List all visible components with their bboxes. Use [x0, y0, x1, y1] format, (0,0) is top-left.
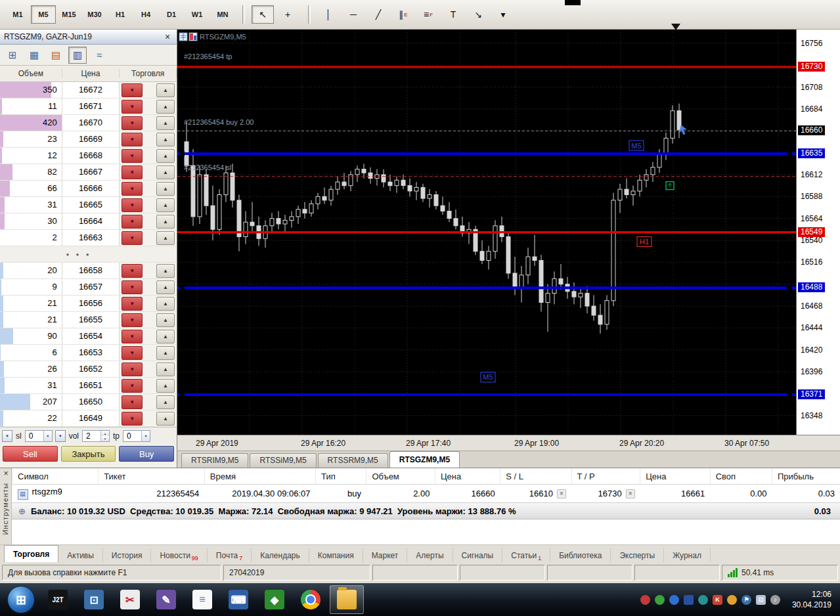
dom-buy-arrow-button[interactable]: ▲ — [156, 182, 175, 196]
dom-buy-arrow-button[interactable]: ▲ — [156, 133, 175, 146]
dom-buy-arrow-button[interactable]: ▲ — [156, 313, 175, 327]
dom-volume-cell[interactable]: 21 — [0, 296, 62, 311]
toolbox-tab[interactable]: Торговля — [4, 545, 58, 563]
time-axis[interactable]: 29 Apr 201929 Apr 16:2029 Apr 17:4029 Ap… — [177, 435, 840, 451]
close-icon[interactable]: × — [162, 32, 173, 42]
dom-buy-arrow-button[interactable]: ▲ — [156, 346, 175, 360]
time-sales-view-button[interactable]: ≈ — [90, 47, 108, 64]
timeframe-h1[interactable]: H1 — [108, 5, 133, 24]
price-chart[interactable]: M5M5H1#212365454 tp#212365454 buy 2.00#2… — [177, 30, 796, 435]
tray-icon-k[interactable]: K — [713, 595, 722, 605]
timeframe-mn[interactable]: MN — [210, 5, 235, 24]
toolbox-tab[interactable]: Библиотека — [550, 548, 611, 563]
toolbox-tab[interactable]: Журнал — [664, 548, 711, 563]
tool-arrow-objects[interactable]: ↘ — [467, 5, 489, 24]
dom-price-cell[interactable]: 16657 — [62, 279, 120, 295]
toolbox-tab[interactable]: Почта7 — [208, 548, 252, 563]
dom-price-cell[interactable]: 16655 — [62, 312, 120, 328]
dom-price-cell[interactable]: 16650 — [62, 394, 120, 410]
dom-price-cell[interactable]: 16656 — [62, 296, 120, 311]
app-chrome[interactable] — [294, 585, 328, 614]
sell-button[interactable]: Sell — [3, 446, 58, 462]
dom-buy-arrow-button[interactable]: ▲ — [156, 215, 175, 229]
app-green[interactable]: ◈ — [257, 585, 292, 614]
dom-price-cell[interactable]: 16663 — [62, 230, 120, 246]
app-snipping-tool[interactable]: ✂ — [113, 585, 147, 614]
expand-icon[interactable]: ⊕ — [18, 506, 26, 516]
chart-tab[interactable]: RTSRIM9,M5 — [181, 453, 248, 468]
dom-sell-arrow-button[interactable]: ▼ — [122, 198, 143, 212]
timeframe-m30[interactable]: M30 — [82, 5, 107, 24]
positions-column-header[interactable]: Тикет — [99, 468, 205, 485]
ladder-view-button[interactable]: ▥ — [68, 47, 87, 64]
positions-column-header[interactable]: Цена — [640, 468, 710, 485]
dom-sell-arrow-button[interactable]: ▼ — [122, 330, 143, 343]
dom-volume-cell[interactable]: 20 — [0, 263, 62, 278]
tool-cursor[interactable]: ↖ — [252, 5, 274, 24]
tray-icon-flag[interactable]: ⚑ — [741, 595, 751, 605]
toolbox-tab[interactable]: История — [103, 548, 152, 563]
timeframe-h4[interactable]: H4 — [133, 5, 158, 24]
toolbox-vertical-label[interactable]: Инструменты — [1, 483, 9, 535]
dom-buy-arrow-button[interactable]: ▲ — [156, 412, 175, 426]
clear-sl-button[interactable]: × — [557, 489, 566, 498]
dom-sell-arrow-button[interactable]: ▼ — [122, 116, 143, 130]
dom-buy-arrow-button[interactable]: ▲ — [156, 116, 175, 130]
dom-volume-cell[interactable]: 22 — [0, 410, 62, 426]
dom-volume-cell[interactable]: 2 — [0, 230, 62, 246]
dom-price-cell[interactable]: 16667 — [62, 164, 120, 180]
app-j2t[interactable]: J2T — [41, 585, 75, 614]
app-remote-desktop[interactable]: ⊡ — [77, 585, 111, 614]
dom-price-cell[interactable]: 16666 — [62, 181, 120, 196]
dom-sell-arrow-button[interactable]: ▼ — [122, 395, 143, 409]
dom-price-cell[interactable]: 16664 — [62, 213, 120, 229]
buy-button[interactable]: Buy — [119, 446, 174, 462]
start-button[interactable]: ⊞ — [3, 585, 39, 614]
app-writer[interactable]: ✎ — [149, 585, 183, 614]
dom-buy-arrow-button[interactable]: ▲ — [156, 165, 175, 179]
clear-tp-button[interactable]: × — [626, 489, 635, 498]
tool-equidistant-channel[interactable]: ∥E — [392, 5, 414, 24]
dom-sell-arrow-button[interactable]: ▼ — [122, 149, 143, 163]
tool-trendline[interactable]: ╱ — [367, 5, 389, 24]
chart-tab[interactable]: RTSGZM9,M5 — [389, 451, 460, 468]
app-onscreen-keyboard[interactable]: ⌨ — [221, 585, 255, 614]
positions-column-header[interactable]: Время — [204, 468, 315, 485]
tool-fibonacci-retracement[interactable]: ≡F — [417, 5, 439, 24]
toolbox-tab[interactable]: Статьи1 — [502, 548, 550, 563]
app-notepad[interactable]: ≡ — [185, 585, 219, 614]
toolbox-tab[interactable]: Новости99 — [151, 548, 207, 563]
tray-icon-shield[interactable] — [669, 595, 679, 605]
chart-tab[interactable]: RTSSiM9,M5 — [250, 453, 316, 468]
toolbox-tab[interactable]: Алерты — [407, 548, 453, 563]
position-symbol[interactable]: ▤rtsgzm9 — [12, 485, 99, 502]
dom-volume-cell[interactable]: 12 — [0, 148, 62, 164]
tool-text-label[interactable]: T — [442, 5, 464, 24]
toolbox-tab[interactable]: Компания — [309, 548, 363, 563]
dom-sell-arrow-button[interactable]: ▼ — [122, 412, 143, 426]
sl-dropdown-icon[interactable]: ▾ — [43, 431, 52, 441]
timeframe-w1[interactable]: W1 — [185, 5, 210, 24]
tray-icon-display[interactable]: ⊡ — [756, 595, 766, 605]
dom-sell-arrow-button[interactable]: ▼ — [122, 363, 143, 376]
tp-input[interactable]: 0 ▾ — [123, 430, 150, 442]
dom-sell-arrow-button[interactable]: ▼ — [122, 313, 143, 327]
dom-buy-arrow-button[interactable]: ▲ — [156, 379, 175, 393]
tool-objects-dropdown[interactable]: ▾ — [492, 5, 514, 24]
dom-price-cell[interactable]: 16651 — [62, 378, 120, 393]
dom-price-cell[interactable]: 16653 — [62, 345, 120, 361]
sl-input[interactable]: 0 ▾ — [25, 430, 53, 442]
positions-column-header[interactable]: Тип — [316, 468, 366, 485]
tool-vertical-line[interactable]: │ — [317, 5, 340, 24]
dom-volume-cell[interactable]: 207 — [0, 394, 62, 410]
volume-spinner[interactable]: ▴ ▾ — [100, 431, 109, 441]
market-watch-view-button[interactable]: ⊞ — [3, 47, 22, 64]
dom-volume-cell[interactable]: 31 — [0, 378, 62, 393]
dom-sell-arrow-button[interactable]: ▼ — [122, 133, 143, 146]
dom-sell-arrow-button[interactable]: ▼ — [122, 100, 143, 114]
close-position-button[interactable]: Закрыть — [61, 446, 116, 462]
dom-buy-arrow-button[interactable]: ▲ — [156, 280, 175, 294]
positions-column-header[interactable]: Своп — [710, 468, 772, 485]
timeframe-m1[interactable]: M1 — [5, 5, 30, 24]
dom-price-cell[interactable]: 16665 — [62, 197, 120, 213]
